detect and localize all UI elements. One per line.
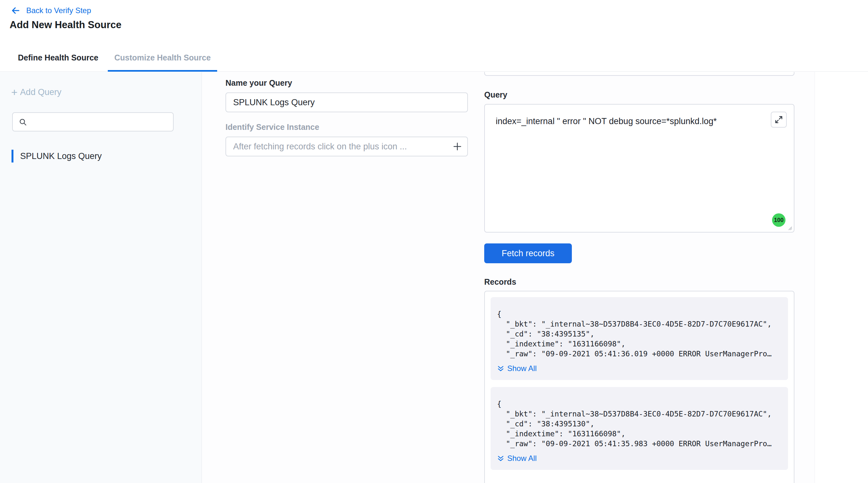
- page-title: Add New Health Source: [9, 19, 122, 31]
- resize-grip[interactable]: [787, 225, 793, 231]
- service-instance-field: [225, 137, 468, 156]
- record-json-line: "_indextime": "1631166098",: [497, 429, 778, 439]
- record-json-line: "_bkt": "_internal~38~D537D8B4-3EC0-4D5E…: [497, 409, 778, 419]
- show-all-label[interactable]: Show All: [507, 364, 537, 373]
- content-body: + Add Query SPLUNK Logs Query Name your …: [0, 72, 868, 483]
- tab-customize-health-source[interactable]: Customize Health Source: [108, 44, 217, 71]
- expand-icon: [774, 115, 783, 124]
- record-card: { "_bkt": "_internal~38~D537D8B4-3EC0-4D…: [491, 387, 788, 470]
- double-chevron-down-icon: [497, 365, 504, 372]
- back-link-label[interactable]: Back to Verify Step: [26, 6, 91, 15]
- query-item-label: SPLUNK Logs Query: [20, 151, 102, 161]
- query-label: Query: [484, 90, 507, 99]
- search-icon: [19, 118, 27, 126]
- record-json-line: "_indextime": "1631166098",: [497, 339, 778, 349]
- selected-indicator: [11, 150, 13, 162]
- query-text[interactable]: index=_internal " error " NOT debug sour…: [485, 104, 794, 127]
- record-json: { "_bkt": "_internal~38~D537D8B4-3EC0-4D…: [497, 399, 778, 449]
- expand-query-button[interactable]: [771, 112, 787, 128]
- add-query-label: Add Query: [20, 87, 61, 97]
- name-your-query-label: Name your Query: [225, 79, 292, 88]
- record-json-line: "_cd": "38:4395130",: [497, 419, 778, 429]
- show-all-label[interactable]: Show All: [507, 454, 537, 463]
- record-json-line: "_cd": "38:4395135",: [497, 329, 778, 339]
- double-chevron-down-icon: [497, 455, 504, 462]
- tab-define-health-source[interactable]: Define Health Source: [11, 44, 104, 71]
- app-root: Back to Verify Step Add New Health Sourc…: [0, 0, 868, 483]
- record-json-line: "_raw": "09-09-2021 05:41:35.983 +0000 E…: [497, 439, 778, 449]
- record-json-line: {: [497, 399, 778, 409]
- back-arrow-icon: [10, 5, 21, 16]
- record-json-line: "_raw": "09-09-2021 05:41:36.019 +0000 E…: [497, 349, 778, 359]
- service-instance-input[interactable]: [225, 137, 468, 156]
- record-json: { "_bkt": "_internal~38~D537D8B4-3EC0-4D…: [497, 309, 778, 359]
- sidebar-item-splunk-logs-query[interactable]: SPLUNK Logs Query: [0, 147, 202, 165]
- show-all-link[interactable]: Show All: [497, 364, 778, 373]
- query-editor[interactable]: index=_internal " error " NOT debug sour…: [484, 104, 795, 233]
- identify-service-instance-label: Identify Service Instance: [225, 122, 319, 132]
- show-all-link[interactable]: Show All: [497, 454, 778, 463]
- char-count-badge: 100: [772, 213, 785, 227]
- plus-icon: +: [11, 87, 18, 97]
- partial-input[interactable]: [484, 72, 795, 76]
- search-input[interactable]: [27, 113, 173, 131]
- tab-bar: Define Health Source Customize Health So…: [0, 44, 868, 72]
- sidebar: + Add Query SPLUNK Logs Query: [0, 72, 202, 483]
- back-link[interactable]: Back to Verify Step: [10, 5, 91, 16]
- records-label: Records: [484, 277, 516, 286]
- add-query-button[interactable]: + Add Query: [11, 87, 61, 97]
- records-panel: { "_bkt": "_internal~38~D537D8B4-3EC0-4D…: [484, 291, 795, 483]
- record-card: { "_bkt": "_internal~38~D537D8B4-3EC0-4D…: [491, 297, 788, 380]
- record-json-line: {: [497, 309, 778, 319]
- fetch-records-button[interactable]: Fetch records: [484, 243, 572, 263]
- query-search-box[interactable]: [12, 112, 174, 131]
- record-json-line: "_bkt": "_internal~38~D537D8B4-3EC0-4D5E…: [497, 319, 778, 329]
- add-service-instance-icon[interactable]: [452, 141, 463, 152]
- query-name-input[interactable]: [225, 92, 468, 112]
